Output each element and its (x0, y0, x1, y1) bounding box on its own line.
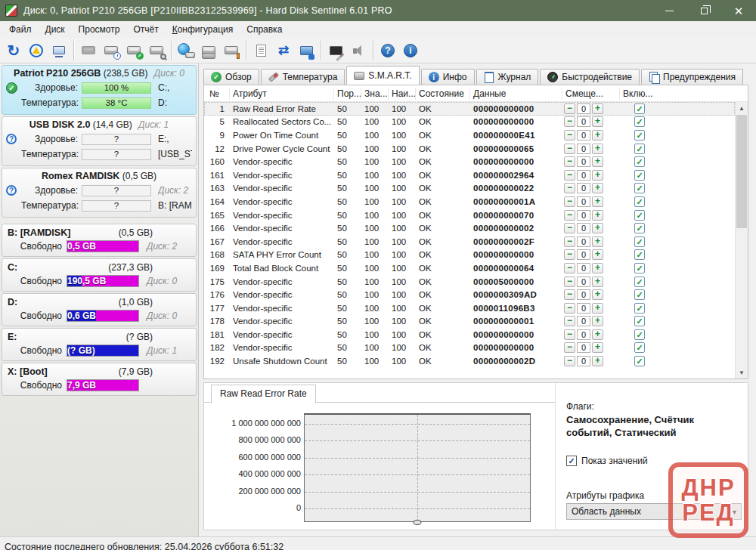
offset-decrease-button[interactable]: − (564, 289, 575, 300)
partition-panel[interactable]: E:(? GB)Свободно(? GB)Диск: 1 (2, 328, 197, 361)
table-row[interactable]: 178Vendor-specific50100100OK000000000001… (204, 315, 735, 329)
report-button[interactable] (249, 40, 272, 61)
enabled-checkbox[interactable]: ✓ (634, 342, 645, 353)
table-row[interactable]: 177Vendor-specific50100100OK0000011096B3… (204, 301, 735, 315)
table-row[interactable]: 5Reallocated Sectors Co...50100100OK0000… (204, 116, 735, 129)
offset-value[interactable]: 0 (577, 277, 590, 287)
offset-increase-button[interactable]: + (592, 236, 603, 247)
offset-value[interactable]: 0 (577, 236, 590, 247)
offset-decrease-button[interactable]: − (564, 236, 575, 247)
enabled-checkbox[interactable]: ✓ (634, 223, 645, 233)
disk-clock-button[interactable] (100, 40, 122, 61)
offset-increase-button[interactable]: + (592, 170, 603, 181)
enabled-checkbox[interactable]: ✓ (634, 183, 645, 193)
offset-value[interactable]: 0 (577, 356, 590, 366)
offset-decrease-button[interactable]: − (564, 316, 575, 326)
offset-decrease-button[interactable]: − (564, 277, 575, 287)
offset-decrease-button[interactable]: − (564, 329, 575, 340)
table-row[interactable]: 1Raw Read Error Rate50100100OK0000000000… (204, 102, 735, 116)
table-row[interactable]: 176Vendor-specific50100100OK0000000309AD… (204, 288, 735, 301)
offset-decrease-button[interactable]: − (564, 170, 575, 181)
scroll-down-icon[interactable]: ▼ (736, 366, 748, 379)
offset-decrease-button[interactable]: − (564, 223, 575, 233)
info-button[interactable]: i (399, 40, 422, 61)
scrollbar-thumb[interactable] (736, 115, 747, 228)
tab-overview[interactable]: ✓Обзор (203, 69, 259, 85)
table-row[interactable]: 168SATA PHY Error Count50100100OK0000000… (204, 249, 735, 262)
minimize-button[interactable] (652, 0, 686, 21)
offset-value[interactable]: 0 (577, 303, 590, 314)
offset-value[interactable]: 0 (577, 249, 590, 260)
disk-test-button[interactable]: ✓ (122, 40, 145, 61)
enabled-checkbox[interactable]: ✓ (634, 130, 645, 141)
column-header-2[interactable]: Пор... (334, 88, 361, 100)
tab-journal[interactable]: Журнал (476, 69, 539, 85)
partition-panel[interactable]: C:(237,3 GB)Свободно190,5 GBДиск: 0 (2, 258, 197, 292)
offset-value[interactable]: 0 (577, 316, 590, 326)
offset-increase-button[interactable]: + (592, 249, 603, 260)
tab-info[interactable]: iИнфо (421, 69, 475, 85)
offset-increase-button[interactable]: + (592, 183, 603, 193)
offset-decrease-button[interactable]: − (564, 263, 575, 273)
offset-increase-button[interactable]: + (592, 104, 603, 114)
offset-decrease-button[interactable]: − (564, 156, 575, 167)
partition-panel[interactable]: X: [Boot](7,9 GB)Свободно7,9 GB (2, 363, 197, 396)
offset-value[interactable]: 0 (577, 223, 590, 233)
disk-panel[interactable]: Romex RAMDISK (0,5 GB)?Здоровье:?Диск: 2… (2, 168, 197, 218)
enabled-checkbox[interactable]: ✓ (634, 116, 645, 127)
offset-decrease-button[interactable]: − (564, 196, 575, 207)
offset-increase-button[interactable]: + (592, 329, 603, 340)
offset-increase-button[interactable]: + (592, 289, 603, 300)
offset-increase-button[interactable]: + (592, 196, 603, 207)
show-values-checkbox[interactable]: ✓ (566, 456, 577, 466)
table-row[interactable]: 161Vendor-specific50100100OK000000002964… (204, 168, 735, 182)
enabled-checkbox[interactable]: ✓ (634, 316, 645, 326)
menu-item-диск[interactable]: Диск (39, 22, 72, 37)
offset-value[interactable]: 0 (577, 289, 590, 300)
offset-increase-button[interactable]: + (592, 223, 603, 233)
enabled-checkbox[interactable]: ✓ (634, 277, 645, 287)
disk-eject-button[interactable] (220, 40, 243, 61)
tab-smart[interactable]: S.M.A.R.T. (346, 66, 419, 85)
table-row[interactable]: 164Vendor-specific50100100OK00000000001A… (204, 195, 735, 209)
table-row[interactable]: 182Vendor-specific50100100OK000000000000… (204, 341, 735, 355)
enabled-checkbox[interactable]: ✓ (634, 236, 645, 247)
enabled-checkbox[interactable]: ✓ (634, 156, 645, 167)
scroll-up-icon[interactable]: ▲ (736, 102, 748, 114)
menu-item-отчёт[interactable]: Отчёт (126, 22, 165, 37)
offset-increase-button[interactable]: + (592, 277, 603, 287)
enabled-checkbox[interactable]: ✓ (634, 196, 645, 207)
table-row[interactable]: 175Vendor-specific50100100OK000005000000… (204, 275, 735, 289)
offset-increase-button[interactable]: + (592, 156, 603, 167)
offset-value[interactable]: 0 (577, 156, 590, 167)
offset-value[interactable]: 0 (577, 183, 590, 193)
offset-increase-button[interactable]: + (592, 144, 603, 154)
partition-panel[interactable]: B: [RAMDISK](0,5 GB)Свободно0,5 GBДиск: … (2, 224, 197, 257)
close-button[interactable]: ✕ (721, 0, 756, 21)
table-row[interactable]: 160Vendor-specific50100100OK000000000000… (204, 155, 735, 168)
offset-value[interactable]: 0 (577, 342, 590, 353)
chart-tab[interactable]: Raw Read Error Rate (211, 385, 316, 403)
table-row[interactable]: 165Vendor-specific50100100OK000000000070… (204, 209, 735, 222)
offset-value[interactable]: 0 (577, 104, 590, 114)
offset-value[interactable]: 0 (577, 130, 590, 141)
enabled-checkbox[interactable]: ✓ (634, 104, 645, 114)
remote-computer-button[interactable] (295, 40, 318, 61)
offset-decrease-button[interactable]: − (564, 342, 575, 353)
enabled-checkbox[interactable]: ✓ (634, 329, 645, 340)
enabled-checkbox[interactable]: ✓ (634, 170, 645, 181)
table-row[interactable]: 163Vendor-specific50100100OK000000000022… (204, 182, 735, 196)
disk-panel[interactable]: USB DISK 2.0 (14,4 GB) Диск: 1?Здоровье:… (2, 116, 197, 166)
table-row[interactable]: 9Power On Time Count50100100OK000000000E… (204, 128, 735, 142)
tab-alerts[interactable]: Предупреждения (641, 69, 743, 85)
table-row[interactable]: 169Total Bad Block Count50100100OK000000… (204, 261, 735, 275)
sound-button[interactable] (347, 40, 370, 61)
offset-value[interactable]: 0 (577, 144, 590, 154)
chart-slider-handle[interactable] (414, 520, 422, 525)
offset-decrease-button[interactable]: − (564, 356, 575, 366)
offset-value[interactable]: 0 (577, 196, 590, 207)
offset-value[interactable]: 0 (577, 116, 590, 127)
table-row[interactable]: 166Vendor-specific50100100OK000000000002… (204, 221, 735, 235)
offset-increase-button[interactable]: + (592, 356, 603, 366)
offset-value[interactable]: 0 (577, 210, 590, 221)
